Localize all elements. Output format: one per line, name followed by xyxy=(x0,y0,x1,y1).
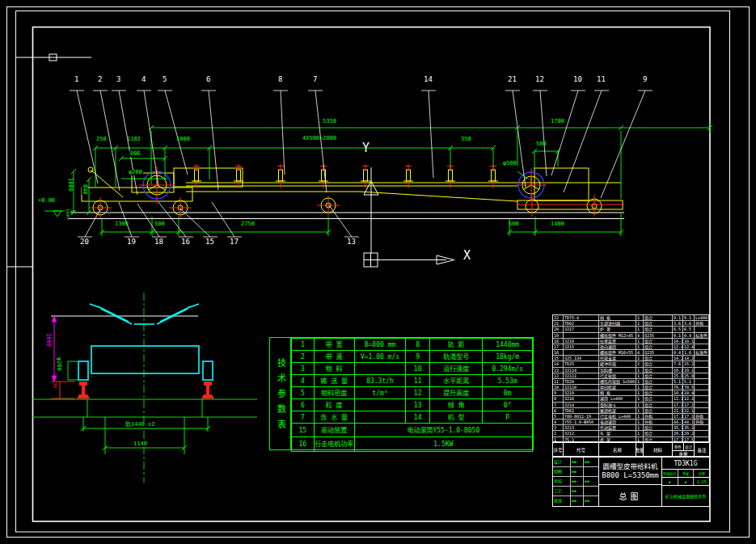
parts-cell: 3.6 xyxy=(683,321,695,327)
rect xyxy=(449,170,453,181)
dim-500-right-bottom: 500 xyxy=(509,221,519,227)
dim-idler-spacing: 4X500=2000 xyxy=(302,136,336,141)
params-cell: 0m xyxy=(483,387,533,399)
dim-500-right: 500 xyxy=(536,141,547,147)
dim-5350: 5350 xyxy=(323,119,336,124)
dim-1102: 1102 xyxy=(127,137,141,142)
params-cell: 物料密度 xyxy=(314,387,354,399)
parts-cell: 受料漏斗 xyxy=(599,403,636,408)
parts-cell: 组合 xyxy=(644,373,673,379)
dim-1700: 1700 xyxy=(551,119,564,124)
balloon-label: 7 xyxy=(313,76,317,83)
balloon-label: 19 xyxy=(127,238,136,246)
parts-cell: 1 xyxy=(636,379,644,385)
parts-cell: 6.5 xyxy=(683,327,695,332)
params-grid: 1带 宽B=800 mm8轨 距1440mm2带 速V=1.00 m/s9轨道型… xyxy=(291,338,533,452)
params-cell: 1 xyxy=(292,339,315,351)
parts-cell: 4 xyxy=(636,350,644,356)
section-dim-1140: 1140 xyxy=(133,441,148,447)
parts-cell: 外购 xyxy=(695,420,709,425)
signature-cell: ▪▪ xyxy=(584,496,598,506)
axis-y-label: Y xyxy=(362,142,370,154)
ucs-icon xyxy=(364,167,454,267)
parts-cell: 21 xyxy=(553,321,564,327)
parts-cell: 4 xyxy=(636,333,644,339)
parts-cell: 12.1 xyxy=(683,396,695,402)
parts-cell: 5.1 xyxy=(683,379,695,385)
parts-cell: 1 xyxy=(636,344,644,350)
signature-cell: ▪▪ xyxy=(571,496,584,506)
parts-cell xyxy=(695,344,709,350)
parts-cell: 10.4 xyxy=(683,390,695,396)
parts-row: 203217护 罩1组合6.56.5 xyxy=(553,327,709,332)
company-name: 矿山机械设备图纸系列 xyxy=(662,486,709,506)
parts-cell: 1 xyxy=(636,356,644,361)
rect xyxy=(407,170,411,181)
parts-cell xyxy=(695,327,709,332)
parts-cell: 槽形托辊组 S=500 xyxy=(599,379,636,385)
header-material: 材料 xyxy=(644,443,673,458)
belt-trough-section xyxy=(78,304,213,380)
parts-cell: 10.4 xyxy=(673,390,683,396)
params-cell: 带 宽 xyxy=(314,339,354,351)
params-cell: 驱动装置 xyxy=(314,424,354,437)
params-cell: 83.3t/h xyxy=(354,375,406,387)
parts-cell: 10 xyxy=(553,385,564,390)
params-row: 4输 送 量83.3t/h11水平距离5.53m xyxy=(292,375,533,387)
parts-cell: 9.1 xyxy=(683,315,695,321)
params-cell: 物 料 xyxy=(314,363,354,375)
parts-cell: 组合 xyxy=(644,379,673,385)
signature-cell: 审核 xyxy=(553,477,571,486)
params-cell: 8 xyxy=(406,339,430,351)
parts-row: 21TD62头部清扫器1组合3.63.6外购 xyxy=(553,321,709,327)
parts-cell: 挡 板 xyxy=(599,315,636,321)
parts-cell: 10.1 xyxy=(673,339,683,344)
parts-cell: TD25 xyxy=(564,361,599,367)
parts-cell xyxy=(695,361,709,367)
parts-cell: 325.134 xyxy=(564,356,599,361)
parts-cell: 17.1 xyxy=(673,414,683,420)
parts-cell: 组合 xyxy=(644,344,673,350)
signature-cell: 批准 xyxy=(553,496,571,506)
signature-row: 制图▪▪ xyxy=(553,467,598,477)
signature-cell xyxy=(584,487,598,496)
line xyxy=(551,91,578,175)
parts-cell: 1 xyxy=(636,396,644,402)
parts-cell: 缓冲托辊 xyxy=(599,361,636,367)
parts-cell: 组合 xyxy=(644,396,673,402)
parts-cell: L=400 xyxy=(695,315,709,321)
parts-cell: 螺栓组件 M12×45 xyxy=(599,333,636,339)
params-cell: 13 xyxy=(406,399,430,411)
parts-cell xyxy=(695,385,709,390)
balloon-label: 9 xyxy=(643,76,647,83)
parts-cell xyxy=(695,396,709,402)
params-row: 15驱动装置电动滚筒Y55-1.0-B050 xyxy=(292,424,533,437)
parts-cell: 5 xyxy=(553,414,564,420)
parts-cell: 7 xyxy=(553,403,564,408)
parts-cell: 17 xyxy=(553,344,564,350)
parts-cell: 组合 xyxy=(644,327,673,332)
parts-cell: 标准件 xyxy=(695,350,709,356)
parts-cell: 10.1 xyxy=(683,339,695,344)
stage-weight-scale-labels: 阶段标记 重量 比例 xyxy=(662,470,709,478)
parts-cell: 组合 xyxy=(644,356,673,361)
parts-cell: 4 xyxy=(553,420,564,425)
parts-cell: 尾部机架 xyxy=(599,408,636,414)
params-cell xyxy=(354,411,406,424)
parts-list: 22TD75-4挡 板1组合9.19.1L=40021TD62头部清扫器1组合3… xyxy=(552,314,710,442)
params-cell: 电动滚筒Y55-1.0-B050 xyxy=(354,424,532,437)
parts-cell: 1 xyxy=(636,431,644,436)
parts-cell: 25.8 xyxy=(673,373,683,379)
params-cell: P xyxy=(483,411,533,424)
parts-cell: 托辊支架 xyxy=(599,356,636,361)
balloon-label: 17 xyxy=(230,238,239,246)
header-code: 代号 xyxy=(564,443,599,458)
parts-cell: 组合 xyxy=(644,408,673,414)
params-cell: 11 xyxy=(406,375,430,387)
parts-cell xyxy=(695,431,709,436)
parts-cell: 1 xyxy=(636,368,644,373)
parts-row: 11TD20槽形托辊组 S=5001组合5.15.1 xyxy=(553,379,709,385)
params-cell: 提升高度 xyxy=(430,387,483,399)
params-cell: B=800 mm xyxy=(354,339,406,351)
parts-row: 1032110中间机架1组合70.170.5 xyxy=(553,385,709,390)
